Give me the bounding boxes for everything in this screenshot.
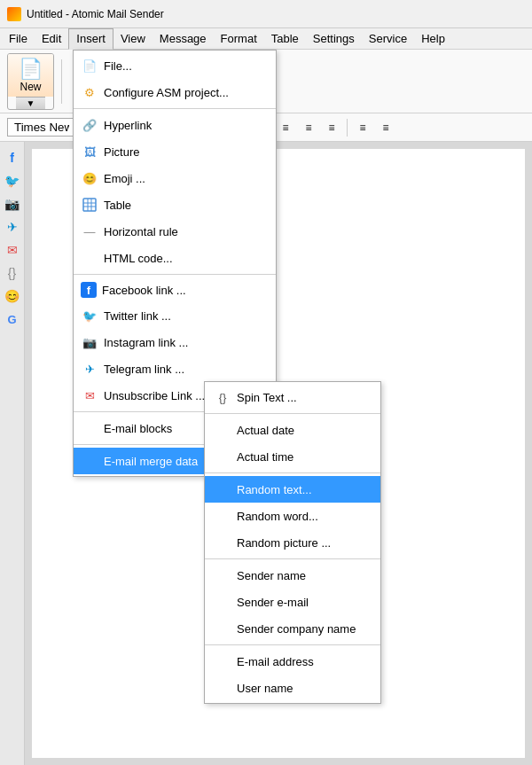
submenu-random-word[interactable]: Random word... xyxy=(205,503,380,529)
sub-sep-3 xyxy=(205,558,380,559)
configure-icon: ⚙ xyxy=(81,83,98,101)
sub-sep-2 xyxy=(205,472,380,473)
sender-name-icon xyxy=(214,566,231,584)
sender-company-icon xyxy=(214,620,231,637)
sidebar-facebook-icon[interactable]: f xyxy=(4,149,21,167)
title-bar: Untitled - Atomic Mail Sender xyxy=(0,0,532,28)
menu-edit[interactable]: Edit xyxy=(35,28,68,50)
new-button[interactable]: 📄 New ▼ xyxy=(7,53,54,110)
spin-text-label: Spin Text ... xyxy=(237,391,297,404)
submenu-random-picture[interactable]: Random picture ... xyxy=(205,529,380,556)
submenu-actual-time[interactable]: Actual time xyxy=(205,443,380,470)
unsubscribe-icon: ✉ xyxy=(81,386,98,404)
file-icon: 📄 xyxy=(81,57,98,74)
left-sidebar: f 🐦 📷 ✈ ✉ {} 😊 G xyxy=(0,142,25,765)
random-word-icon xyxy=(214,507,231,525)
sub-sep-4 xyxy=(205,644,380,645)
user-name-label: User name xyxy=(237,682,293,695)
random-text-label: Random text... xyxy=(237,483,312,496)
facebook-link-icon: f xyxy=(81,282,97,298)
telegram-link-icon: ✈ xyxy=(81,360,98,378)
email-address-label: E-mail address xyxy=(237,655,314,668)
submenu-sender-company[interactable]: Sender company name xyxy=(205,615,380,642)
submenu-email-address[interactable]: E-mail address xyxy=(205,648,380,675)
table-label: Table xyxy=(104,199,269,212)
ordered-list-button[interactable]: ≡ xyxy=(376,118,395,137)
picture-label: Picture xyxy=(104,145,269,159)
sep-1 xyxy=(74,108,276,109)
email-merge-icon xyxy=(81,452,98,470)
menu-entry-emoji[interactable]: 😊 Emoji ... xyxy=(74,165,276,191)
app-icon xyxy=(7,7,21,21)
menu-entry-twitter[interactable]: 🐦 Twitter link ... xyxy=(74,302,276,329)
sidebar-google-icon[interactable]: G xyxy=(4,310,21,328)
sidebar-telegram-icon[interactable]: ✈ xyxy=(4,218,21,236)
email-merge-submenu-container: {} Spin Text ... Actual date Actual time… xyxy=(204,381,381,704)
sidebar-email-icon[interactable]: ✉ xyxy=(4,241,21,259)
hrule-icon: — xyxy=(81,222,98,240)
sidebar-instagram-icon[interactable]: 📷 xyxy=(4,195,21,213)
menu-entry-telegram[interactable]: ✈ Telegram link ... xyxy=(74,355,276,382)
instagram-link-icon: 📷 xyxy=(81,333,98,351)
submenu-sender-email[interactable]: Sender e-mail xyxy=(205,589,380,615)
menu-entry-facebook[interactable]: f Facebook link ... xyxy=(74,277,276,302)
telegram-link-label: Telegram link ... xyxy=(104,363,269,376)
menu-view[interactable]: View xyxy=(113,28,153,50)
menu-table[interactable]: Table xyxy=(264,28,306,50)
format-sep-2 xyxy=(347,119,348,137)
sidebar-emoji-icon[interactable]: 😊 xyxy=(4,287,21,305)
sender-name-label: Sender name xyxy=(237,569,306,582)
email-address-icon xyxy=(214,652,231,670)
submenu-random-text[interactable]: Random text... xyxy=(205,476,380,503)
menu-settings[interactable]: Settings xyxy=(306,28,362,50)
menu-service[interactable]: Service xyxy=(362,28,414,50)
instagram-link-label: Instagram link ... xyxy=(104,336,269,349)
spin-text-icon: {} xyxy=(214,388,231,406)
actual-date-label: Actual date xyxy=(237,424,294,437)
menu-entry-hyperlink[interactable]: 🔗 Hyperlink xyxy=(74,112,276,138)
table-icon xyxy=(81,196,98,214)
sidebar-braces-icon[interactable]: {} xyxy=(4,264,21,282)
submenu-spin-text[interactable]: {} Spin Text ... xyxy=(205,384,380,410)
submenu-actual-date[interactable]: Actual date xyxy=(205,417,380,443)
menu-entry-html[interactable]: HTML code... xyxy=(74,245,276,271)
submenu-user-name[interactable]: User name xyxy=(205,675,380,701)
random-picture-icon xyxy=(214,534,231,551)
align-right-button[interactable]: ≡ xyxy=(299,118,318,137)
hyperlink-label: Hyperlink xyxy=(104,119,269,132)
submenu-sender-name[interactable]: Sender name xyxy=(205,562,380,589)
hyperlink-icon: 🔗 xyxy=(81,116,98,134)
twitter-link-icon: 🐦 xyxy=(81,307,98,324)
menu-entry-table[interactable]: Table xyxy=(74,191,276,218)
menu-entry-file[interactable]: 📄 File... xyxy=(74,52,276,79)
random-text-icon xyxy=(214,480,231,498)
menu-insert[interactable]: Insert xyxy=(68,28,113,50)
list-button[interactable]: ≡ xyxy=(353,118,372,137)
file-label: File... xyxy=(104,59,269,73)
sender-email-icon xyxy=(214,593,231,611)
menu-entry-hrule[interactable]: — Horizontal rule xyxy=(74,218,276,245)
align-justify-button[interactable]: ≡ xyxy=(322,118,341,137)
menu-file[interactable]: File xyxy=(2,28,35,50)
sep-2 xyxy=(74,274,276,275)
menu-entry-instagram[interactable]: 📷 Instagram link ... xyxy=(74,329,276,355)
configure-label: Configure ASM project... xyxy=(104,86,269,99)
random-picture-label: Random picture ... xyxy=(237,536,331,550)
facebook-link-label: Facebook link ... xyxy=(102,284,269,297)
sub-sep-1 xyxy=(205,413,380,414)
menu-entry-configure[interactable]: ⚙ Configure ASM project... xyxy=(74,79,276,105)
align-center-button[interactable]: ≡ xyxy=(276,118,295,137)
menu-message[interactable]: Message xyxy=(153,28,214,50)
menu-help[interactable]: Help xyxy=(414,28,452,50)
sidebar-twitter-icon[interactable]: 🐦 xyxy=(4,172,21,190)
twitter-link-label: Twitter link ... xyxy=(104,309,269,323)
menu-format[interactable]: Format xyxy=(214,28,264,50)
app-window: Untitled - Atomic Mail Sender File Edit … xyxy=(0,0,532,765)
actual-time-label: Actual time xyxy=(237,450,293,464)
svg-rect-7 xyxy=(83,199,96,211)
menu-entry-picture[interactable]: 🖼 Picture xyxy=(74,138,276,165)
actual-date-icon xyxy=(214,421,231,439)
app-title: Untitled - Atomic Mail Sender xyxy=(27,8,164,20)
menu-bar: File Edit Insert View Message Format Tab… xyxy=(0,28,532,50)
actual-time-icon xyxy=(214,448,231,465)
